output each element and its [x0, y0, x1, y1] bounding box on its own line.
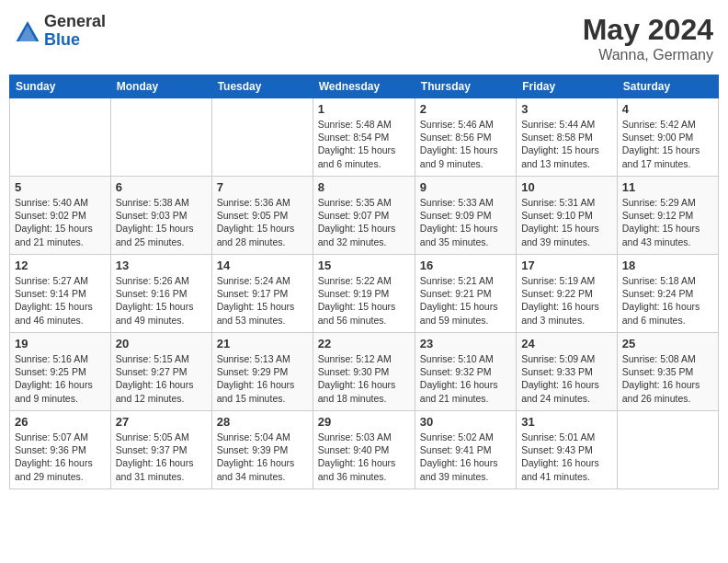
day-number: 15 — [318, 259, 410, 272]
day-cell: 10Sunrise: 5:31 AM Sunset: 9:10 PM Dayli… — [517, 177, 618, 255]
day-number: 1 — [318, 102, 410, 116]
day-cell: 18Sunrise: 5:18 AM Sunset: 9:24 PM Dayli… — [617, 255, 718, 333]
day-number: 20 — [116, 337, 207, 350]
day-cell: 20Sunrise: 5:15 AM Sunset: 9:27 PM Dayli… — [110, 333, 211, 411]
day-cell — [211, 98, 313, 177]
day-cell — [617, 411, 718, 489]
day-number: 28 — [217, 415, 308, 429]
day-number: 29 — [318, 415, 410, 429]
day-cell: 7Sunrise: 5:36 AM Sunset: 9:05 PM Daylig… — [211, 177, 313, 255]
day-cell: 27Sunrise: 5:05 AM Sunset: 9:37 PM Dayli… — [110, 411, 211, 489]
day-number: 10 — [521, 180, 612, 194]
day-number: 25 — [622, 337, 713, 350]
day-cell: 15Sunrise: 5:22 AM Sunset: 9:19 PM Dayli… — [313, 255, 415, 333]
logo-text: General Blue — [44, 13, 106, 50]
calendar-table: SundayMondayTuesdayWednesdayThursdayFrid… — [9, 75, 719, 489]
day-number: 27 — [116, 415, 207, 429]
day-cell: 9Sunrise: 5:33 AM Sunset: 9:09 PM Daylig… — [415, 177, 516, 255]
logo: General Blue — [15, 13, 106, 50]
day-info: Sunrise: 5:02 AM Sunset: 9:41 PM Dayligh… — [420, 431, 511, 483]
weekday-header-saturday: Saturday — [617, 75, 718, 98]
day-number: 14 — [217, 259, 308, 272]
day-info: Sunrise: 5:08 AM Sunset: 9:35 PM Dayligh… — [622, 352, 713, 405]
day-number: 21 — [217, 337, 308, 350]
day-number: 24 — [521, 337, 612, 350]
day-info: Sunrise: 5:27 AM Sunset: 9:14 PM Dayligh… — [15, 274, 106, 327]
day-info: Sunrise: 5:31 AM Sunset: 9:10 PM Dayligh… — [521, 196, 612, 248]
day-cell: 28Sunrise: 5:04 AM Sunset: 9:39 PM Dayli… — [211, 411, 313, 489]
day-info: Sunrise: 5:10 AM Sunset: 9:32 PM Dayligh… — [420, 352, 511, 405]
day-cell: 17Sunrise: 5:19 AM Sunset: 9:22 PM Dayli… — [517, 255, 618, 333]
day-info: Sunrise: 5:12 AM Sunset: 9:30 PM Dayligh… — [318, 352, 410, 405]
logo-blue: Blue — [44, 30, 80, 49]
day-cell: 30Sunrise: 5:02 AM Sunset: 9:41 PM Dayli… — [415, 411, 516, 489]
weekday-header-thursday: Thursday — [415, 75, 516, 98]
day-info: Sunrise: 5:42 AM Sunset: 9:00 PM Dayligh… — [622, 118, 713, 170]
day-number: 18 — [622, 259, 713, 272]
day-info: Sunrise: 5:19 AM Sunset: 9:22 PM Dayligh… — [521, 274, 612, 327]
day-info: Sunrise: 5:05 AM Sunset: 9:37 PM Dayligh… — [116, 431, 207, 483]
day-number: 9 — [420, 180, 511, 194]
day-cell: 22Sunrise: 5:12 AM Sunset: 9:30 PM Dayli… — [313, 333, 415, 411]
weekday-header-row: SundayMondayTuesdayWednesdayThursdayFrid… — [10, 75, 719, 98]
page-header: General Blue May 2024 Wanna, Germany — [9, 9, 719, 67]
day-number: 30 — [420, 415, 511, 429]
day-cell: 26Sunrise: 5:07 AM Sunset: 9:36 PM Dayli… — [10, 411, 111, 489]
day-number: 7 — [217, 180, 308, 194]
day-cell — [110, 98, 211, 177]
weekday-header-monday: Monday — [110, 75, 211, 98]
day-number: 22 — [318, 337, 410, 350]
title-block: May 2024 Wanna, Germany — [583, 13, 713, 63]
day-number: 23 — [420, 337, 511, 350]
day-cell: 16Sunrise: 5:21 AM Sunset: 9:21 PM Dayli… — [415, 255, 516, 333]
day-info: Sunrise: 5:13 AM Sunset: 9:29 PM Dayligh… — [217, 352, 308, 405]
day-number: 6 — [116, 180, 207, 194]
day-number: 16 — [420, 259, 511, 272]
day-cell — [10, 98, 111, 177]
day-info: Sunrise: 5:16 AM Sunset: 9:25 PM Dayligh… — [15, 352, 106, 405]
day-info: Sunrise: 5:15 AM Sunset: 9:27 PM Dayligh… — [116, 352, 207, 405]
logo-general: General — [44, 12, 106, 30]
day-cell: 21Sunrise: 5:13 AM Sunset: 9:29 PM Dayli… — [211, 333, 313, 411]
day-cell: 29Sunrise: 5:03 AM Sunset: 9:40 PM Dayli… — [313, 411, 415, 489]
day-info: Sunrise: 5:24 AM Sunset: 9:17 PM Dayligh… — [217, 274, 308, 327]
day-number: 13 — [116, 259, 207, 272]
weekday-header-sunday: Sunday — [10, 75, 111, 98]
day-cell: 11Sunrise: 5:29 AM Sunset: 9:12 PM Dayli… — [617, 177, 718, 255]
day-info: Sunrise: 5:29 AM Sunset: 9:12 PM Dayligh… — [622, 196, 713, 248]
weekday-header-wednesday: Wednesday — [313, 75, 415, 98]
week-row-2: 12Sunrise: 5:27 AM Sunset: 9:14 PM Dayli… — [10, 255, 719, 333]
day-number: 4 — [622, 102, 713, 116]
day-number: 31 — [521, 415, 612, 429]
day-info: Sunrise: 5:22 AM Sunset: 9:19 PM Dayligh… — [318, 274, 410, 327]
day-cell: 14Sunrise: 5:24 AM Sunset: 9:17 PM Dayli… — [211, 255, 313, 333]
month-title: May 2024 — [583, 13, 713, 47]
week-row-0: 1Sunrise: 5:48 AM Sunset: 8:54 PM Daylig… — [10, 98, 719, 177]
day-info: Sunrise: 5:36 AM Sunset: 9:05 PM Dayligh… — [217, 196, 308, 248]
day-cell: 25Sunrise: 5:08 AM Sunset: 9:35 PM Dayli… — [617, 333, 718, 411]
week-row-3: 19Sunrise: 5:16 AM Sunset: 9:25 PM Dayli… — [10, 333, 719, 411]
day-cell: 13Sunrise: 5:26 AM Sunset: 9:16 PM Dayli… — [110, 255, 211, 333]
day-info: Sunrise: 5:18 AM Sunset: 9:24 PM Dayligh… — [622, 274, 713, 327]
day-cell: 6Sunrise: 5:38 AM Sunset: 9:03 PM Daylig… — [110, 177, 211, 255]
day-info: Sunrise: 5:01 AM Sunset: 9:43 PM Dayligh… — [521, 431, 612, 483]
day-number: 17 — [521, 259, 612, 272]
week-row-4: 26Sunrise: 5:07 AM Sunset: 9:36 PM Dayli… — [10, 411, 719, 489]
day-cell: 2Sunrise: 5:46 AM Sunset: 8:56 PM Daylig… — [415, 98, 516, 177]
day-info: Sunrise: 5:21 AM Sunset: 9:21 PM Dayligh… — [420, 274, 511, 327]
day-info: Sunrise: 5:40 AM Sunset: 9:02 PM Dayligh… — [15, 196, 106, 248]
day-number: 8 — [318, 180, 410, 194]
day-cell: 23Sunrise: 5:10 AM Sunset: 9:32 PM Dayli… — [415, 333, 516, 411]
weekday-header-friday: Friday — [517, 75, 618, 98]
day-info: Sunrise: 5:38 AM Sunset: 9:03 PM Dayligh… — [116, 196, 207, 248]
day-cell: 24Sunrise: 5:09 AM Sunset: 9:33 PM Dayli… — [517, 333, 618, 411]
week-row-1: 5Sunrise: 5:40 AM Sunset: 9:02 PM Daylig… — [10, 177, 719, 255]
day-number: 2 — [420, 102, 511, 116]
day-info: Sunrise: 5:26 AM Sunset: 9:16 PM Dayligh… — [116, 274, 207, 327]
day-number: 5 — [15, 180, 106, 194]
day-info: Sunrise: 5:46 AM Sunset: 8:56 PM Dayligh… — [420, 118, 511, 170]
day-cell: 19Sunrise: 5:16 AM Sunset: 9:25 PM Dayli… — [10, 333, 111, 411]
day-info: Sunrise: 5:33 AM Sunset: 9:09 PM Dayligh… — [420, 196, 511, 248]
day-info: Sunrise: 5:03 AM Sunset: 9:40 PM Dayligh… — [318, 431, 410, 483]
day-number: 3 — [521, 102, 612, 116]
